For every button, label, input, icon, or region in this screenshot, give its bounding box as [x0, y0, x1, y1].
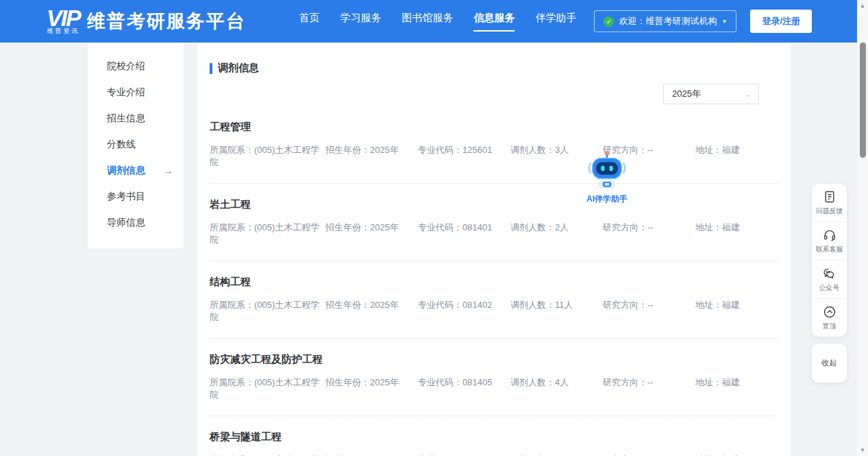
section-header: 调剂信息 — [210, 62, 778, 75]
address-label: 地址： — [695, 222, 722, 232]
direction-value: -- — [647, 145, 654, 155]
ai-assistant-label: AI伴学助手 — [582, 193, 632, 205]
collapse-panel-button[interactable]: 收起 — [812, 344, 847, 383]
count-label: 调剂人数： — [510, 300, 555, 310]
sidebar-item[interactable]: 导师信息 — [88, 210, 184, 236]
program-count: 调剂人数：11人 — [510, 299, 603, 324]
official-account-button[interactable]: 公众号 — [812, 260, 847, 298]
ai-assistant-widget[interactable]: AI伴学助手 — [582, 150, 632, 205]
back-to-top-label: 置顶 — [823, 322, 836, 331]
back-to-top-button[interactable]: 置顶 — [812, 298, 847, 337]
count-value: 4人 — [555, 377, 569, 387]
address-value: 福建 — [722, 145, 740, 155]
program-code: 专业代码：081402 — [418, 299, 510, 324]
program-address: 地址：福建 — [695, 221, 778, 246]
program-direction: 研究方向：-- — [603, 376, 695, 401]
program-title[interactable]: 结构工程 — [210, 276, 778, 289]
year-value: 2025年 — [370, 222, 399, 232]
sidebar: 院校介绍 专业介绍 招生信息 分数线 调剂信息 → 参考书目 导师信息 — [88, 44, 184, 248]
sidebar-item[interactable]: 院校介绍 — [88, 53, 184, 80]
sidebar-item[interactable]: 调剂信息 → — [88, 158, 184, 184]
scrollbar-thumb[interactable] — [860, 43, 866, 158]
program-address: 地址：福建 — [695, 299, 778, 324]
arrow-right-icon: → — [164, 166, 184, 176]
page-scrollbar[interactable]: ▲ ▼ — [857, 0, 868, 456]
nav-item[interactable]: 图书馆服务 — [401, 12, 453, 32]
year-value: 2025年 — [370, 300, 399, 310]
year-filter-value: 2025年 — [672, 88, 701, 100]
program-year: 招生年份：2025年 — [325, 221, 418, 246]
sidebar-item[interactable]: 分数线 — [88, 132, 184, 158]
sidebar-item[interactable]: 参考书目 — [88, 184, 184, 210]
program-year: 招生年份：2025年 — [325, 144, 418, 169]
program-year: 招生年份：2025年 — [325, 376, 418, 401]
scroll-down-arrow-icon[interactable]: ▼ — [857, 447, 868, 453]
count-label: 调剂人数： — [510, 377, 555, 387]
sidebar-item-label: 分数线 — [107, 139, 136, 151]
sidebar-item[interactable]: 招生信息 — [88, 106, 184, 132]
program-row[interactable]: 工程管理 所属院系：(005)土木工程学院 招生年份：2025年 专业代码：12… — [210, 121, 778, 184]
code-label: 专业代码： — [418, 145, 462, 155]
program-row[interactable]: 结构工程 所属院系：(005)土木工程学院 招生年份：2025年 专业代码：08… — [210, 276, 778, 339]
nav-item[interactable]: 学习服务 — [340, 12, 381, 32]
program-direction: 研究方向：-- — [603, 221, 695, 246]
account-dropdown[interactable]: ✓ 欢迎：维普考研测试机构 ▼ — [594, 10, 736, 32]
year-value: 2025年 — [370, 377, 399, 387]
year-filter-select[interactable]: 2025年 ⌄ — [663, 84, 759, 104]
direction-value: -- — [647, 377, 654, 387]
contact-support-button[interactable]: 联系客服 — [812, 221, 847, 260]
program-dept: 所属院系：(005)土木工程学院 — [210, 299, 325, 324]
official-account-label: 公众号 — [819, 283, 840, 293]
direction-value: -- — [647, 222, 654, 232]
filter-row: 2025年 ⌄ — [210, 84, 778, 104]
program-count: 调剂人数：4人 — [510, 376, 603, 401]
program-address: 地址：福建 — [695, 376, 778, 401]
program-row[interactable]: 防灾减灾工程及防护工程 所属院系：(005)土木工程学院 招生年份：2025年 … — [210, 353, 778, 416]
code-value: 125601 — [462, 145, 492, 155]
vip-logo[interactable]: VIP 维普资讯 — [47, 8, 80, 36]
sidebar-item-label: 导师信息 — [107, 217, 145, 229]
program-row[interactable]: 桥梁与隧道工程 所属院系：(005)土木工程学院 招生年份：2025年 专业代码… — [210, 431, 778, 456]
program-details: 所属院系：(005)土木工程学院 招生年份：2025年 专业代码：081405 … — [210, 376, 778, 401]
program-title[interactable]: 防灾减灾工程及防护工程 — [210, 353, 778, 366]
year-label: 招生年份： — [325, 300, 370, 310]
scroll-up-arrow-icon[interactable]: ▲ — [857, 3, 868, 9]
program-direction: 研究方向：-- — [603, 299, 695, 324]
nav-item[interactable]: 伴学助手 — [535, 12, 576, 32]
program-row[interactable]: 岩土工程 所属院系：(005)土木工程学院 招生年份：2025年 专业代码：08… — [210, 198, 778, 261]
count-value: 3人 — [555, 145, 569, 155]
program-title[interactable]: 工程管理 — [210, 121, 778, 134]
nav-item[interactable]: 首页 — [299, 12, 319, 32]
dept-label: 所属院系： — [210, 222, 254, 232]
address-label: 地址： — [695, 145, 722, 155]
count-value: 11人 — [555, 300, 573, 310]
nav-item-label: 学习服务 — [340, 12, 381, 32]
code-value: 081405 — [462, 377, 492, 387]
main-content: 调剂信息 2025年 ⌄ 工程管理 所属院系：(005)土木工程学院 招生年份：… — [197, 44, 791, 456]
program-dept: 所属院系：(005)土木工程学院 — [210, 221, 325, 246]
program-address: 地址：福建 — [695, 144, 778, 169]
sidebar-item-label: 招生信息 — [107, 112, 145, 125]
sidebar-item[interactable]: 专业介绍 — [88, 80, 184, 106]
vip-logo-subtext: 维普资讯 — [47, 27, 79, 36]
program-title[interactable]: 岩土工程 — [210, 198, 778, 211]
login-register-button[interactable]: 登录/注册 — [750, 10, 812, 33]
program-code: 专业代码：125601 — [418, 144, 510, 169]
contact-support-label: 联系客服 — [816, 245, 843, 254]
sidebar-item-label: 调剂信息 — [107, 165, 145, 177]
program-code: 专业代码：081401 — [418, 221, 510, 246]
year-label: 招生年份： — [325, 222, 370, 232]
nav-item[interactable]: 信息服务 — [473, 12, 514, 32]
feedback-button[interactable]: 问题反馈 — [812, 184, 847, 221]
top-header: VIP 维普资讯 维普考研服务平台 首页 学习服务 图书馆服务 信息服务 伴学助… — [0, 0, 857, 43]
nav-item-label: 伴学助手 — [535, 12, 576, 32]
nav-item-label: 信息服务 — [473, 12, 514, 32]
count-label: 调剂人数： — [510, 145, 555, 155]
verified-check-icon: ✓ — [604, 16, 614, 27]
headset-icon — [823, 228, 836, 242]
site-title: 维普考研服务平台 — [87, 9, 246, 34]
year-value: 2025年 — [370, 145, 399, 155]
direction-value: -- — [647, 300, 654, 310]
main-nav: 首页 学习服务 图书馆服务 信息服务 伴学助手 — [299, 12, 576, 32]
program-title[interactable]: 桥梁与隧道工程 — [210, 431, 778, 444]
